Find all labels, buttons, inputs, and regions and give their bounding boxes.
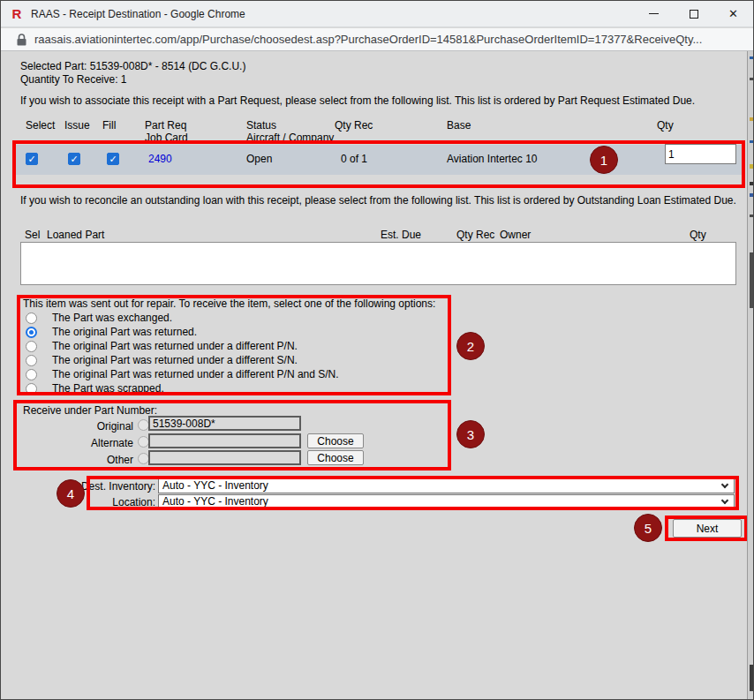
- col-part-req: Part Req: [145, 119, 186, 132]
- col-base: Base: [447, 119, 471, 132]
- qty-input[interactable]: [665, 144, 736, 164]
- check-icon: ✓: [70, 154, 78, 164]
- radio-original-returned[interactable]: [26, 327, 37, 338]
- issue-checkbox[interactable]: ✓: [68, 153, 80, 165]
- minimize-icon: [649, 13, 659, 14]
- annotation-badge-5: 5: [634, 514, 662, 542]
- col-status: Status: [246, 119, 276, 132]
- browser-window: R RAAS - Receipt Destination - Google Ch…: [0, 0, 754, 700]
- choose-alternate-button[interactable]: Choose: [307, 433, 364, 448]
- location-label: Location:: [76, 496, 155, 508]
- close-icon: ✕: [728, 8, 738, 19]
- original-pn-field[interactable]: [148, 416, 301, 431]
- location-select[interactable]: Auto - YYC - Inventory: [158, 494, 735, 509]
- raas-favicon-icon: R: [10, 7, 24, 21]
- col-job-card: Job Card: [145, 132, 188, 144]
- radio-part-exchanged[interactable]: [26, 312, 37, 324]
- chevron-down-icon: [721, 481, 728, 488]
- annotation-badge-1: 1: [590, 146, 618, 174]
- loan-col-owner: Owner: [500, 229, 531, 241]
- close-button[interactable]: ✕: [713, 1, 753, 26]
- other-pn-field[interactable]: [148, 450, 301, 465]
- loan-col-est-due: Est. Due: [381, 229, 421, 241]
- original-label: Original: [54, 420, 133, 433]
- col-select: Select: [26, 119, 55, 132]
- loan-intro: If you wish to reconcile an outstanding …: [20, 194, 737, 207]
- col-aircraft-company: Aircraft / Company: [246, 132, 334, 144]
- row-status: Open: [246, 153, 272, 165]
- title-bar: R RAAS - Receipt Destination - Google Ch…: [1, 1, 753, 27]
- url-text: raasais.aviationintertec.com/app/Purchas…: [34, 33, 702, 46]
- radio-returned-diff-pn[interactable]: [26, 341, 37, 352]
- selected-part-label: Selected Part: 51539-008D* - 8514 (DC G.…: [20, 60, 245, 72]
- radio-returned-diff-sn[interactable]: [26, 355, 37, 366]
- row-qty-rec: 0 of 1: [341, 153, 367, 165]
- maximize-button[interactable]: [674, 1, 713, 26]
- check-icon: ✓: [27, 154, 35, 164]
- radio-part-scrapped[interactable]: [26, 383, 37, 395]
- annotation-badge-4: 4: [57, 479, 85, 508]
- loan-col-loaned-part: Loaned Part: [47, 229, 104, 241]
- part-request-intro: If you wish to associate this receipt wi…: [20, 94, 695, 107]
- dest-inventory-value: Auto - YYC - Inventory: [162, 479, 268, 492]
- check-icon: ✓: [109, 154, 117, 164]
- loan-col-qty-rec: Qty Rec: [456, 229, 494, 241]
- radio-returned-diff-sn-label: The original Part was returned under a d…: [52, 354, 298, 366]
- radio-returned-diff-pn-label: The original Part was returned under a d…: [52, 340, 298, 352]
- fill-checkbox[interactable]: ✓: [107, 153, 119, 165]
- lock-icon: [17, 34, 26, 46]
- annotation-badge-3: 3: [456, 420, 485, 448]
- receive-under-title: Receive under Part Number:: [23, 404, 157, 417]
- select-checkbox[interactable]: ✓: [26, 153, 38, 165]
- alternate-pn-field[interactable]: [148, 433, 301, 448]
- minimize-button[interactable]: [634, 1, 674, 26]
- part-request-row[interactable]: [16, 145, 744, 175]
- window-title: RAAS - Receipt Destination - Google Chro…: [31, 8, 245, 20]
- loan-list-box[interactable]: [20, 242, 736, 285]
- radio-original-returned-label: The original Part was returned.: [52, 326, 197, 338]
- annotation-badge-2: 2: [456, 332, 485, 360]
- maximize-icon: [690, 10, 698, 19]
- loan-col-sel: Sel: [25, 229, 40, 241]
- dest-inventory-label: Dest. Inventory:: [76, 480, 155, 493]
- radio-returned-diff-pn-sn[interactable]: [26, 369, 37, 380]
- row-base: Aviation Intertec 10: [447, 153, 538, 165]
- choose-other-button[interactable]: Choose: [307, 450, 364, 465]
- col-qty-rec: Qty Rec: [335, 119, 373, 132]
- repair-options-prompt: This item was sent out for repair. To re…: [23, 297, 435, 310]
- dest-inventory-select[interactable]: Auto - YYC - Inventory: [158, 478, 735, 493]
- quantity-to-receive-label: Quantity To Receive: 1: [20, 73, 127, 86]
- loan-col-qty: Qty: [690, 229, 706, 241]
- url-bar[interactable]: raasais.aviationintertec.com/app/Purchas…: [1, 28, 753, 51]
- radio-returned-diff-pn-sn-label: The original Part was returned under a d…: [52, 368, 339, 380]
- other-label: Other: [54, 454, 133, 466]
- col-issue: Issue: [64, 119, 90, 132]
- radio-part-exchanged-label: The Part was exchanged.: [52, 312, 172, 324]
- radio-part-scrapped-label: The Part was scrapped.: [52, 382, 164, 395]
- next-button[interactable]: Next: [673, 519, 742, 538]
- alternate-label: Alternate: [54, 437, 133, 449]
- location-value: Auto - YYC - Inventory: [162, 495, 268, 508]
- job-card-link[interactable]: 2490: [148, 153, 172, 165]
- chevron-down-icon: [721, 497, 728, 504]
- col-fill: Fill: [102, 119, 116, 132]
- col-qty: Qty: [657, 119, 674, 132]
- window-controls: ✕: [634, 1, 753, 26]
- background-sliver: [747, 51, 754, 699]
